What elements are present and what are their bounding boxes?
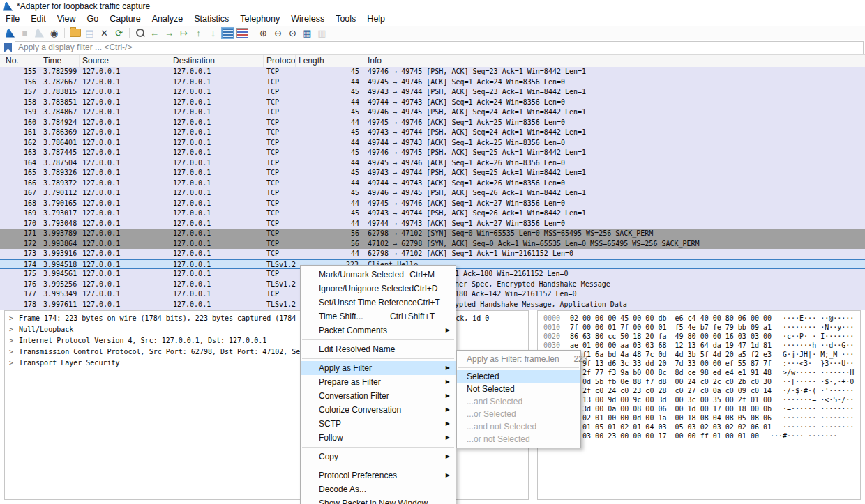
capture-options-button[interactable]: ◉ <box>47 26 61 39</box>
start-capture-button[interactable] <box>3 26 17 39</box>
hex-row[interactable]: 002086 63 80 cc 50 18 20 fa 49 80 00 00 … <box>543 332 860 341</box>
packet-row[interactable]: 1673.790112127.0.0.1127.0.0.1TCP4549746 … <box>0 188 865 199</box>
expand-chevron-icon[interactable]: > <box>9 313 19 324</box>
expand-chevron-icon[interactable]: > <box>9 346 19 358</box>
filter-bookmark-icon[interactable] <box>4 43 12 52</box>
reload-capture-file-button[interactable]: ⟳ <box>112 26 126 39</box>
column-header-time[interactable]: Time <box>40 55 80 67</box>
menubar-item-help[interactable]: Help <box>361 13 391 26</box>
packet-row[interactable]: 1603.784924127.0.0.1127.0.0.1TCP4449745 … <box>0 118 865 128</box>
context-menu-item-prepare-as-filter[interactable]: Prepare as Filter▶ <box>301 375 456 389</box>
hex-row[interactable]: 007000 0d 5b fb 0e 88 f7 d8 00 24 c0 2c … <box>543 377 860 386</box>
menubar-item-file[interactable]: File <box>0 13 25 26</box>
context-menu-item-mark-unmark-selected[interactable]: Mark/Unmark SelectedCtrl+M <box>301 268 456 282</box>
context-menu-item-set-unset-time-reference[interactable]: Set/Unset Time ReferenceCtrl+T <box>301 296 456 310</box>
packet-row[interactable]: 1663.789372127.0.0.1127.0.0.1TCP4449744 … <box>0 178 865 189</box>
find-packet-button[interactable] <box>133 26 146 39</box>
hex-row[interactable]: 00b000 02 01 00 00 0d 00 1a 00 18 08 04 … <box>543 413 860 422</box>
column-header-protocol[interactable]: Protocol <box>264 55 296 67</box>
go-back-button[interactable]: ← <box>148 26 161 39</box>
go-forward-button[interactable]: → <box>163 26 176 39</box>
expand-chevron-icon[interactable]: > <box>9 335 19 346</box>
zoom-in-button[interactable]: ⊕ <box>257 26 270 39</box>
display-filter-input[interactable] <box>15 41 864 54</box>
reset-layout-button[interactable]: ▥ <box>315 26 329 39</box>
hex-row[interactable]: 00a000 3d 00 0a 00 08 00 06 00 1d 00 17 … <box>543 404 860 413</box>
packet-row[interactable]: 1653.789326127.0.0.1127.0.0.1TCP4549743 … <box>0 168 865 178</box>
menubar-item-edit[interactable]: Edit <box>25 13 52 26</box>
column-header-length[interactable]: Length <box>296 55 361 67</box>
packet-bytes-pane[interactable]: 000002 00 00 00 45 00 00 db e6 c4 40 00 … <box>537 310 861 500</box>
auto-scroll-toggle-button[interactable] <box>221 26 234 39</box>
hex-row[interactable]: 004047 f1 6a bd 4a 48 7c 0d 4d 3b 5f 4d … <box>543 350 860 359</box>
packet-row[interactable]: 1693.793017127.0.0.1127.0.0.1TCP4549743 … <box>0 208 865 219</box>
packet-row[interactable]: 1703.793048127.0.0.1127.0.0.1TCP4449744 … <box>0 219 865 229</box>
packet-row[interactable]: 1643.787504127.0.0.1127.0.0.1TCP4449745 … <box>0 158 865 169</box>
hex-row[interactable]: 009000 13 00 9d 00 9c 00 3d 00 3c 00 35 … <box>543 395 860 404</box>
context-menu-item-conversation-filter[interactable]: Conversation Filter▶ <box>301 389 456 403</box>
packet-row[interactable]: 1623.786401127.0.0.1127.0.0.1TCP4449744 … <box>0 138 865 148</box>
context-menu-item-apply-as-filter[interactable]: Apply as Filter▶ <box>301 361 456 375</box>
hex-row[interactable]: 00503a 9f 13 d6 3c 33 dd 20 7d 33 00 00 … <box>543 359 860 368</box>
menubar-item-statistics[interactable]: Statistics <box>188 13 234 26</box>
packet-row[interactable]: 1583.783851127.0.0.1127.0.0.1TCP4449744 … <box>0 98 865 108</box>
submenu-item-not-selected[interactable]: Not Selected <box>457 383 580 395</box>
restart-capture-button[interactable] <box>33 26 46 39</box>
go-to-first-packet-button[interactable]: ↑ <box>192 26 205 39</box>
hex-row[interactable]: 0030ae 01 00 00 aa 03 03 68 12 13 64 da … <box>543 341 860 350</box>
zoom-100-button[interactable]: ⊙ <box>286 26 299 39</box>
packet-row[interactable]: 1573.783815127.0.0.1127.0.0.1TCP4549743 … <box>0 87 865 98</box>
packet-row[interactable]: 1563.782667127.0.0.1127.0.0.1TCP4449745 … <box>0 77 865 88</box>
hex-row[interactable]: 00c004 01 05 01 02 01 04 03 05 03 02 03 … <box>543 422 860 432</box>
column-header-info[interactable]: Info <box>361 55 865 67</box>
context-menu-item-time-shift[interactable]: Time Shift...Ctrl+Shift+T <box>301 310 456 323</box>
context-menu-item-packet-comments[interactable]: Packet Comments▶ <box>301 323 456 337</box>
hex-row[interactable]: 000002 00 00 00 45 00 00 db e6 c4 40 00 … <box>543 314 860 323</box>
context-menu-item-edit-resolved-name[interactable]: Edit Resolved Name <box>301 342 456 356</box>
menubar-item-capture[interactable]: Capture <box>104 13 146 26</box>
context-menu-item-sctp[interactable]: SCTP▶ <box>301 417 456 431</box>
close-capture-file-button[interactable]: ✕ <box>98 26 111 39</box>
context-menu-item-copy[interactable]: Copy▶ <box>301 450 456 464</box>
context-menu-item-decode-as[interactable]: Decode As... <box>301 482 456 496</box>
hex-row[interactable]: 0080c0 2f c0 24 c0 23 c0 28 c0 27 c0 0a … <box>543 386 860 395</box>
packet-row[interactable]: 1733.993916127.0.0.1127.0.0.1TCP4462798 … <box>0 249 865 259</box>
menubar-item-tools[interactable]: Tools <box>330 13 361 26</box>
packet-row[interactable]: 1613.786369127.0.0.1127.0.0.1TCP4549743 … <box>0 128 865 138</box>
packet-row[interactable]: 1723.993864127.0.0.1127.0.0.1TCP5647102 … <box>0 239 865 250</box>
stop-capture-button[interactable]: ■ <box>18 26 31 39</box>
context-menu-item-protocol-preferences[interactable]: Protocol Preferences▶ <box>301 468 456 482</box>
expand-chevron-icon[interactable]: > <box>9 358 19 369</box>
context-menu-item-ignore-unignore-selected[interactable]: Ignore/Unignore SelectedCtrl+D <box>301 282 456 296</box>
menubar-item-analyze[interactable]: Analyze <box>146 13 188 26</box>
column-header-no[interactable]: No. <box>0 55 40 67</box>
hex-row[interactable]: 00603e 2f 77 f3 9a b0 00 8c 8d ce 98 ed … <box>543 368 860 377</box>
packet-row[interactable]: 1683.790165127.0.0.1127.0.0.1TCP4449745 … <box>0 199 865 209</box>
menubar-item-telephony[interactable]: Telephony <box>234 13 285 26</box>
open-capture-file-button[interactable] <box>68 26 82 39</box>
hex-row[interactable]: 00107f 00 00 01 7f 00 00 01 f5 4e b7 fe … <box>543 323 860 332</box>
save-capture-file-button[interactable]: ▤ <box>83 26 96 39</box>
packet-row[interactable]: 1553.782599127.0.0.1127.0.0.1TCP4549746 … <box>0 67 865 77</box>
expand-chevron-icon[interactable]: > <box>9 324 19 335</box>
submenu-item-selected[interactable]: Selected <box>457 370 580 383</box>
packet-row[interactable]: 1713.993789127.0.0.1127.0.0.1TCP5662798 … <box>0 229 865 239</box>
context-menu-item-colorize-conversation[interactable]: Colorize Conversation▶ <box>301 403 456 417</box>
packet-row[interactable]: 1633.787445127.0.0.1127.0.0.1TCP4549746 … <box>0 148 865 158</box>
go-to-packet-button[interactable]: ↦ <box>177 26 190 39</box>
zoom-out-button[interactable]: ⊖ <box>271 26 285 39</box>
column-header-destination[interactable]: Destination <box>170 55 264 67</box>
column-header-source[interactable]: Source <box>80 55 170 67</box>
colorize-packets-button[interactable] <box>236 26 249 39</box>
go-to-last-packet-button[interactable]: ↓ <box>206 26 220 39</box>
menubar-item-go[interactable]: Go <box>82 13 105 26</box>
packet-dst: 127.0.0.1 <box>170 118 264 128</box>
menubar-item-view[interactable]: View <box>52 13 82 26</box>
hex-row[interactable]: 00d006 03 00 23 00 00 00 17 00 00 ff 01 … <box>543 432 860 441</box>
packet-row[interactable]: 1593.784867127.0.0.1127.0.0.1TCP4549746 … <box>0 107 865 118</box>
context-menu-item-show-packet-in-new-window[interactable]: Show Packet in New Window <box>301 496 456 504</box>
context-menu-item-follow[interactable]: Follow▶ <box>301 431 456 445</box>
menubar-item-wireless[interactable]: Wireless <box>285 13 330 26</box>
packet-list-header[interactable]: No.TimeSourceDestinationProtocolLengthIn… <box>0 55 865 68</box>
resize-columns-button[interactable]: ▦ <box>301 26 314 39</box>
